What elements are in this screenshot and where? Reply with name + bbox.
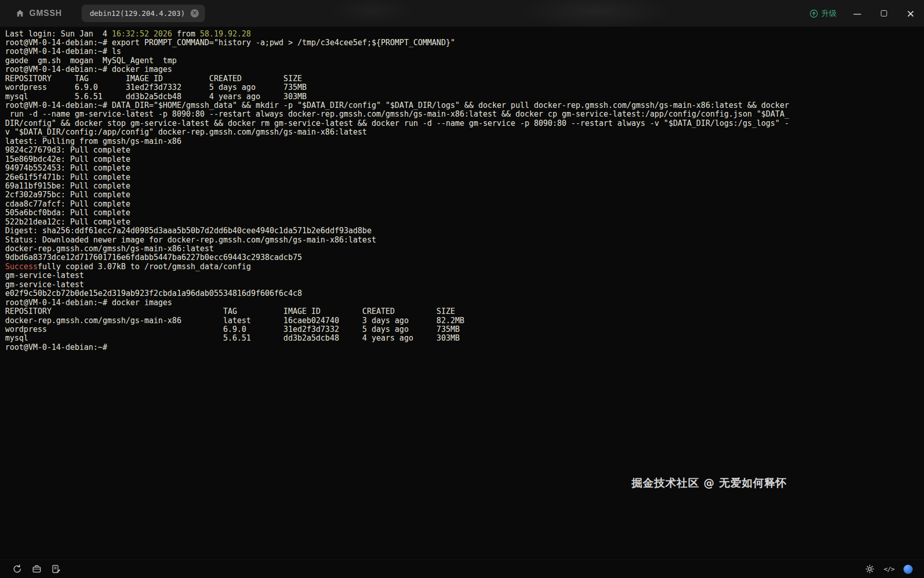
terminal-line: 522b21dea12c: Pull complete: [5, 218, 924, 227]
bottom-toolbar-right: </>: [865, 564, 913, 574]
toolbox-icon: [32, 564, 42, 574]
terminal-line: REPOSITORY TAG IMAGE ID CREATED SIZE: [5, 74, 924, 83]
toolbox-button[interactable]: [32, 564, 42, 574]
terminal-output[interactable]: Last login: Sun Jan 4 16:32:52 2026 from…: [0, 27, 924, 560]
app-home-button[interactable]: GMSSH: [15, 9, 62, 18]
terminal-line: gaode gm.sh mogan MySQL_Agent tmp: [5, 57, 924, 65]
assistant-icon: [903, 565, 913, 574]
terminal-line: latest: Pulling from gmssh/gs-main-x86: [5, 137, 924, 146]
upgrade-button[interactable]: 升级: [809, 9, 837, 18]
assistant-button[interactable]: [903, 565, 913, 574]
terminal-line: root@VM-0-14-debian:~# DATA_DIR="$HOME/g…: [5, 101, 924, 110]
terminal-line: v "$DATA_DIR/config:/app/config" docker-…: [5, 128, 924, 137]
upgrade-icon: [809, 9, 818, 18]
bottom-toolbar-left: [12, 564, 61, 574]
refresh-icon: [12, 564, 22, 574]
smoke-decoration: [519, 0, 673, 29]
terminal-line: 15e869bdc42e: Pull complete: [5, 155, 924, 164]
terminal-line: 26e61f5f471b: Pull complete: [5, 173, 924, 182]
terminal-line: wordpress 6.9.0 31ed2f3d7332 5 days ago …: [5, 325, 924, 334]
session-tab[interactable]: debin12(129.204.4.203) ×: [82, 5, 205, 22]
terminal-line: docker-rep.gmssh.com/gmssh/gs-main-x86 l…: [5, 316, 924, 325]
maximize-button[interactable]: [871, 0, 897, 27]
terminal-line: Last login: Sun Jan 4 16:32:52 2026 from…: [5, 30, 924, 39]
gear-icon: [865, 564, 875, 574]
terminal-line: root@VM-0-14-debian:~# ls: [5, 47, 924, 56]
terminal-line: root@VM-0-14-debian:~# docker images: [5, 65, 924, 74]
terminal-line: Successfully copied 3.07kB to /root/gmss…: [5, 263, 924, 271]
terminal-line: Digest: sha256:ddf61ecc7a24d0985d3aaa5b5…: [5, 227, 924, 235]
terminal-line: gm-service-latest: [5, 281, 924, 289]
bottom-toolbar: </>: [0, 560, 924, 578]
terminal-line: cdaa8c77afcf: Pull complete: [5, 200, 924, 209]
minimize-icon: —: [853, 9, 861, 18]
terminal-line: mysql 5.6.51 dd3b2a5dcb48 4 years ago 30…: [5, 92, 924, 101]
terminal-line: mysql 5.6.51 dd3b2a5dcb48 4 years ago 30…: [5, 334, 924, 343]
close-icon: ×: [907, 7, 915, 20]
terminal-line: 94974b552453: Pull complete: [5, 164, 924, 173]
minimize-button[interactable]: —: [844, 0, 871, 27]
terminal-line: 69a11bf915be: Pull complete: [5, 182, 924, 191]
upgrade-label: 升级: [821, 9, 837, 18]
terminal-line: gm-service-latest: [5, 271, 924, 280]
terminal-line: 9824c27679d3: Pull complete: [5, 146, 924, 155]
terminal-line: 9dbd6a8373dce12d717601716e6fdabb5447ba62…: [5, 253, 924, 262]
terminal-line: REPOSITORY TAG IMAGE ID CREATED SIZE: [5, 307, 924, 316]
terminal-line: docker-rep.gmssh.com/gmssh/gs-main-x86:l…: [5, 245, 924, 253]
code-view-button[interactable]: </>: [884, 565, 894, 573]
settings-button[interactable]: [865, 564, 875, 574]
session-tab-label: debin12(129.204.4.203): [90, 9, 185, 17]
window-controls: — ×: [844, 0, 924, 27]
maximize-icon: [881, 10, 887, 16]
terminal-line: 505a6bcf0bda: Pull complete: [5, 209, 924, 217]
terminal-line: wordpress 6.9.0 31ed2f3d7332 5 days ago …: [5, 83, 924, 92]
tab-close-icon[interactable]: ×: [191, 9, 199, 17]
titlebar: GMSSH debin12(129.204.4.203) × 升级 — ×: [0, 0, 924, 27]
terminal-line: Status: Downloaded newer image for docke…: [5, 236, 924, 245]
terminal-line: root@VM-0-14-debian:~#: [5, 343, 924, 352]
terminal-line: 2cf302a975bc: Pull complete: [5, 191, 924, 199]
app-name: GMSSH: [29, 9, 62, 18]
file-edit-button[interactable]: [51, 564, 61, 574]
close-button[interactable]: ×: [897, 0, 924, 27]
home-icon: [15, 9, 25, 18]
terminal-line: DIR/config" && docker stop gm-service-la…: [5, 119, 924, 128]
refresh-button[interactable]: [12, 564, 22, 574]
terminal-line: run -d --name gm-service-latest -p 8090:…: [5, 110, 924, 119]
smoke-decoration: [329, 0, 416, 24]
file-edit-icon: [51, 564, 61, 574]
terminal-line: root@VM-0-14-debian:~# docker images: [5, 299, 924, 307]
terminal-line: e02f9c50b2cb72b0de15e2d319ab923f2cbda1a9…: [5, 289, 924, 298]
terminal-line: root@VM-0-14-debian:~# export PROMPT_COM…: [5, 39, 924, 47]
